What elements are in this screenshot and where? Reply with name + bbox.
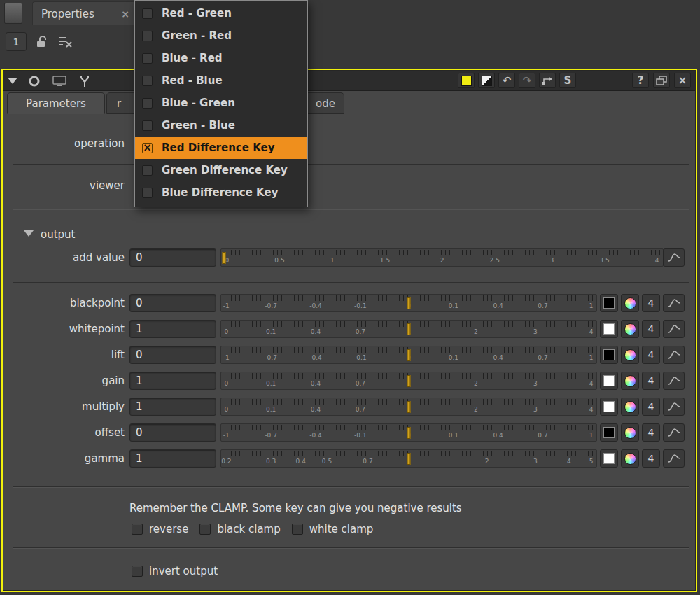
white-clamp-checkbox-item[interactable]: white clamp bbox=[292, 523, 374, 536]
channels-button[interactable]: 4 bbox=[642, 449, 660, 468]
color-wheel-button[interactable] bbox=[621, 398, 639, 416]
slider-handle[interactable] bbox=[407, 453, 411, 465]
slider-track[interactable]: 00.10.40.71234 bbox=[220, 372, 597, 390]
close-panel-button[interactable]: × bbox=[674, 73, 691, 88]
clear-all-panels-icon[interactable] bbox=[57, 36, 74, 48]
slider-handle[interactable] bbox=[407, 349, 411, 361]
channels-button[interactable]: 4 bbox=[642, 320, 660, 338]
curve-button[interactable] bbox=[663, 248, 685, 267]
slider-handle[interactable] bbox=[407, 427, 411, 439]
group-collapse-icon[interactable] bbox=[24, 230, 34, 237]
curve-button[interactable] bbox=[663, 449, 685, 468]
curve-button[interactable] bbox=[663, 372, 685, 390]
menu-item[interactable]: Blue - Green bbox=[135, 92, 307, 114]
color-swatch-button[interactable] bbox=[600, 398, 618, 416]
channels-button[interactable]: 4 bbox=[642, 424, 660, 442]
pane-drag-handle[interactable] bbox=[4, 3, 22, 24]
value-input[interactable]: 1 bbox=[130, 449, 216, 468]
color-wheel-button[interactable] bbox=[621, 294, 639, 312]
script-button[interactable]: S bbox=[559, 73, 576, 88]
lock-icon[interactable] bbox=[35, 35, 49, 49]
slider-tick-label: 3 bbox=[533, 380, 538, 387]
slider-handle[interactable] bbox=[407, 323, 411, 335]
slider-handle[interactable] bbox=[407, 401, 411, 413]
invert-output-checkbox-item[interactable]: invert output bbox=[132, 565, 218, 578]
color-wheel-button[interactable] bbox=[621, 449, 639, 468]
black-clamp-checkbox[interactable] bbox=[200, 524, 211, 535]
plug-icon[interactable] bbox=[76, 74, 93, 89]
undo-button[interactable]: ↶ bbox=[498, 73, 515, 88]
slider-track[interactable]: 0.20.30.40.50.712345 bbox=[220, 449, 597, 468]
menu-item[interactable]: Green - Blue bbox=[135, 114, 307, 136]
slider-track[interactable]: -1-0.7-0.4-0.100.10.40.71 bbox=[220, 294, 597, 312]
curve-button[interactable] bbox=[663, 294, 685, 312]
color-swatch-button[interactable] bbox=[600, 346, 618, 364]
invert-output-checkbox[interactable] bbox=[132, 566, 143, 577]
output-group-header[interactable]: output bbox=[3, 225, 696, 244]
center-node-icon[interactable] bbox=[26, 74, 43, 89]
black-clamp-checkbox-item[interactable]: black clamp bbox=[200, 523, 280, 536]
color-wheel-button[interactable] bbox=[621, 320, 639, 338]
redo-button[interactable]: ↷ bbox=[519, 73, 536, 88]
max-panels-button[interactable]: 1 bbox=[6, 32, 27, 51]
value-input[interactable]: 0 bbox=[130, 424, 216, 442]
slider-track[interactable]: -1-0.7-0.4-0.100.10.40.71 bbox=[220, 346, 597, 364]
menu-item[interactable]: Blue Difference Key bbox=[135, 181, 307, 204]
value-input[interactable]: 0 bbox=[130, 294, 216, 312]
white-clamp-checkbox[interactable] bbox=[292, 524, 303, 535]
slider-track[interactable]: -1-0.7-0.4-0.100.10.40.71 bbox=[220, 424, 597, 442]
color-swatch-button[interactable] bbox=[600, 320, 618, 338]
menu-item[interactable]: Green - Red bbox=[135, 24, 307, 47]
color-swatch-button[interactable] bbox=[600, 449, 618, 468]
param-row-gamma: gamma 1 0.20.30.40.50.712345 4 bbox=[3, 449, 696, 468]
channels-button[interactable]: 4 bbox=[642, 346, 660, 364]
help-button[interactable]: ? bbox=[632, 73, 649, 88]
curve-button[interactable] bbox=[663, 346, 685, 364]
param-row-multiply: multiply 1 00.10.40.71234 4 bbox=[3, 398, 696, 416]
node-color-button[interactable] bbox=[458, 73, 475, 88]
color-swatch-button[interactable] bbox=[600, 294, 618, 312]
value-input[interactable]: 1 bbox=[130, 398, 216, 416]
menu-item-selected[interactable]: × Red Difference Key bbox=[135, 136, 307, 159]
value-input[interactable]: 1 bbox=[130, 320, 216, 338]
reverse-checkbox[interactable] bbox=[132, 524, 143, 535]
float-window-button[interactable] bbox=[653, 73, 670, 88]
channels-button[interactable]: 4 bbox=[642, 372, 660, 390]
slider-handle[interactable] bbox=[407, 298, 411, 309]
color-wheel-button[interactable] bbox=[621, 424, 639, 442]
color-swatch-button[interactable] bbox=[600, 424, 618, 442]
menu-item[interactable]: Blue - Red bbox=[135, 47, 307, 69]
slider-tick-label: 1 bbox=[330, 257, 335, 264]
revert-button[interactable] bbox=[539, 73, 556, 88]
slider-tick-label: 0.7 bbox=[356, 328, 365, 335]
menu-item[interactable]: Green Difference Key bbox=[135, 159, 307, 181]
add-value-slider-track[interactable]: 00.511.522.533.54 bbox=[220, 248, 664, 267]
curve-button[interactable] bbox=[663, 320, 685, 338]
slider-handle[interactable] bbox=[222, 252, 225, 264]
close-tab-icon[interactable]: × bbox=[121, 8, 130, 20]
curve-button[interactable] bbox=[663, 424, 685, 442]
channels-button[interactable]: 4 bbox=[642, 398, 660, 416]
slider-track[interactable]: 00.10.40.71234 bbox=[220, 398, 597, 416]
monitor-icon[interactable] bbox=[51, 74, 68, 89]
channels-button[interactable]: 4 bbox=[642, 294, 660, 312]
curve-button[interactable] bbox=[663, 398, 685, 416]
reverse-checkbox-item[interactable]: reverse bbox=[132, 523, 188, 536]
slider-handle[interactable] bbox=[407, 375, 411, 387]
properties-pane-tab[interactable]: Properties × bbox=[32, 1, 136, 25]
add-value-input[interactable]: 0 bbox=[130, 248, 216, 267]
postage-stamp-button[interactable] bbox=[478, 73, 495, 88]
param-row-offset: offset 0 -1-0.7-0.4-0.100.10.40.71 4 bbox=[3, 424, 696, 442]
slider-track[interactable]: 00.10.40.71234 bbox=[220, 320, 597, 338]
value-input[interactable]: 1 bbox=[130, 372, 216, 390]
color-wheel-button[interactable] bbox=[621, 372, 639, 390]
menu-item[interactable]: Red - Blue bbox=[135, 69, 307, 92]
color-swatch-button[interactable] bbox=[600, 372, 618, 390]
color-wheel-button[interactable] bbox=[621, 346, 639, 364]
collapse-panel-icon[interactable] bbox=[8, 78, 18, 84]
tab-parameters[interactable]: Parameters bbox=[7, 92, 105, 114]
curve-icon bbox=[668, 253, 680, 262]
app-screen: Properties × 1 bbox=[0, 0, 700, 595]
value-input[interactable]: 0 bbox=[130, 346, 216, 364]
menu-item[interactable]: Red - Green bbox=[135, 2, 307, 24]
